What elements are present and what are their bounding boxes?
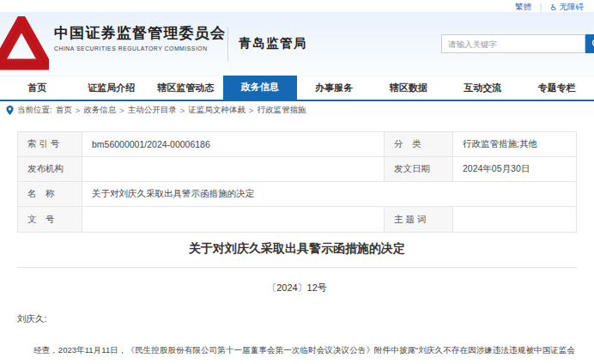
document-number: 〔2024〕12号: [17, 282, 577, 294]
breadcrumb-link-open-directory[interactable]: 主动公开目录: [128, 105, 177, 116]
nav-item-interaction[interactable]: 互动交流: [446, 76, 520, 100]
body-paragraph-line: 经查，2023年11月11日，《民生控股股份有限公司第十一届董事会第一次临时会议…: [17, 345, 575, 364]
meta-value-issue-date: 2024年05月30日: [453, 157, 576, 182]
content-area: 索 引 号 bm56000001/2024-00006186 分 类 行政监管措…: [0, 131, 594, 364]
document-title: 关于对刘庆久采取出具警示函措施的决定: [17, 241, 577, 257]
breadcrumb-link-doc-genre[interactable]: 证监局文种体裁: [188, 105, 245, 116]
title-divider: [17, 267, 577, 268]
search-input[interactable]: [441, 34, 585, 53]
nav-item-special-topics[interactable]: 专题专栏: [520, 76, 594, 100]
search-bar: [441, 34, 594, 53]
meta-label-doc-no: 文 号: [18, 207, 82, 232]
site-header: 中国证券监督管理委员会 CHINA SECURITIES REGULATORY …: [0, 12, 594, 76]
breadcrumb-link-regulatory-measures[interactable]: 行政监管措施: [257, 105, 306, 116]
meta-value-subject: [453, 207, 576, 232]
nav-item-services[interactable]: 办事服务: [297, 76, 372, 100]
meta-label-category: 分 类: [385, 132, 453, 157]
breadcrumb: 当前位置: 首页 > 政务信息 > 主动公开目录 > 证监局文种体裁 > 行政监…: [0, 101, 594, 118]
meta-label-issuing-org: 发布机构: [18, 157, 82, 182]
topbar: 繁體 ｜ ♿ 无障碍: [0, 0, 594, 12]
breadcrumb-prefix: 当前位置:: [17, 105, 52, 116]
page: 繁體 ｜ ♿ 无障碍 中国证券监督管理委员会 CHINA SECURITIES …: [0, 0, 594, 364]
meta-value-category: 行政监管措施;其他: [453, 132, 576, 157]
location-pin-icon: [6, 106, 14, 115]
meta-value-index-no: bm56000001/2024-00006186: [82, 132, 385, 157]
meta-label-issue-date: 发文日期: [385, 157, 453, 182]
nav-item-regional-updates[interactable]: 辖区监管动态: [148, 76, 223, 100]
org-name-english: CHINA SECURITIES REGULATORY COMMISSION: [54, 46, 226, 52]
meta-value-title: 关于对刘庆久采取出具警示函措施的决定: [82, 182, 576, 207]
meta-value-doc-no: [82, 207, 385, 232]
meta-label-subject: 主 题 词: [385, 207, 453, 232]
breadcrumb-separator: >: [249, 106, 254, 115]
document-meta-table: 索 引 号 bm56000001/2024-00006186 分 类 行政监管措…: [17, 131, 577, 233]
salutation: 刘庆久:: [17, 313, 577, 325]
breadcrumb-link-gov-info[interactable]: 政务信息: [83, 105, 116, 116]
accessibility-icon: ♿: [550, 3, 558, 12]
header-divider: [227, 27, 228, 61]
nav-item-gov-info[interactable]: 政务信息: [223, 73, 298, 101]
csrc-logo-icon: [0, 16, 49, 71]
org-title-block: 中国证券监督管理委员会 CHINA SECURITIES REGULATORY …: [54, 23, 226, 52]
meta-label-index-no: 索 引 号: [18, 132, 82, 157]
body-paragraph: 经查，2023年11月11日，《民生控股股份有限公司第十一届董事会第一次临时会议…: [17, 341, 575, 364]
nav-item-home[interactable]: 首页: [0, 76, 75, 100]
nav-item-bureau-intro[interactable]: 证监局介绍: [75, 76, 149, 100]
org-name-chinese: 中国证券监督管理委员会: [54, 23, 226, 43]
breadcrumb-link-home[interactable]: 首页: [56, 105, 72, 116]
csrc-logo[interactable]: [0, 16, 49, 71]
search-button[interactable]: [585, 34, 594, 53]
main-nav: 首页 证监局介绍 辖区监管动态 政务信息 办事服务 辖区数据 互动交流 专题专栏: [0, 76, 594, 101]
breadcrumb-separator: >: [76, 106, 81, 115]
nav-item-regional-data[interactable]: 辖区数据: [372, 76, 446, 100]
breadcrumb-separator: >: [180, 106, 185, 115]
breadcrumb-separator: >: [119, 106, 124, 115]
meta-value-issuing-org: [82, 157, 385, 182]
bureau-name: 青岛监管局: [239, 35, 307, 52]
meta-label-title: 名 称: [18, 182, 82, 207]
